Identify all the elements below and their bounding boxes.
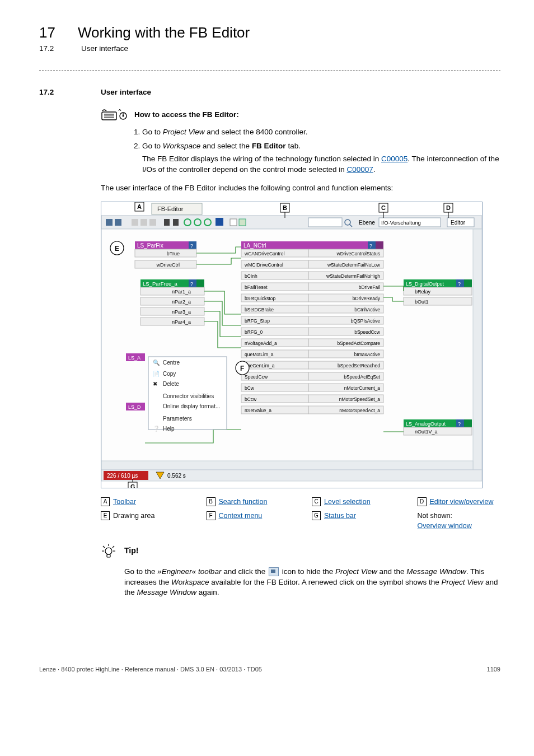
svg-text:❔: ❔	[153, 425, 160, 432]
toggle-panels-icon	[269, 567, 279, 576]
svg-text:bCw: bCw	[245, 385, 255, 391]
svg-rect-13	[132, 219, 138, 226]
svg-text:bFailReset: bFailReset	[245, 284, 268, 290]
svg-text:SpeedCcw: SpeedCcw	[245, 374, 268, 380]
svg-rect-22	[230, 219, 237, 226]
svg-text:?: ?	[458, 421, 461, 427]
svg-text:🔍: 🔍	[153, 359, 160, 366]
svg-text:bTrue: bTrue	[167, 251, 180, 256]
legend-link-toolbar[interactable]: Toolbar	[113, 497, 136, 507]
footer-left: Lenze · 8400 protec HighLine · Reference…	[39, 666, 262, 673]
svg-rect-21	[216, 218, 223, 226]
legend-letter-f: F	[207, 511, 216, 520]
svg-text:bSpeedCcw: bSpeedCcw	[354, 329, 381, 335]
step2-body: The FB Editor displays the wiring of the…	[142, 154, 500, 175]
svg-text:F: F	[240, 365, 244, 372]
legend-link-level[interactable]: Level selection	[324, 497, 371, 507]
svg-text:bSpeedActCompare: bSpeedActCompare	[337, 340, 380, 346]
svg-text:Centre: Centre	[163, 360, 180, 366]
svg-rect-12	[115, 219, 121, 226]
svg-text:LA_NCtrl: LA_NCtrl	[243, 242, 266, 249]
svg-text:bSetDCBrake: bSetDCBrake	[245, 307, 274, 312]
link-c00007[interactable]: C00007	[346, 165, 373, 174]
svg-text:nPar2_a: nPar2_a	[172, 299, 191, 305]
svg-text:D: D	[446, 204, 451, 211]
svg-text:bImaxActive: bImaxActive	[354, 352, 381, 357]
tip-i3: Message Window	[406, 567, 466, 576]
svg-rect-180	[107, 554, 110, 557]
tip-i6: Message Window	[137, 588, 196, 596]
svg-text:✖: ✖	[153, 381, 157, 387]
legend-text-drawing-area: Drawing area	[113, 511, 154, 521]
tip-icon	[101, 543, 116, 559]
svg-point-179	[105, 548, 112, 554]
svg-text:Parameters: Parameters	[163, 416, 192, 422]
tip-i2: Project View	[335, 567, 377, 576]
svg-rect-15	[149, 219, 156, 226]
legend-link-overview-window[interactable]: Overview window	[418, 521, 472, 531]
svg-text:nPar3_a: nPar3_a	[172, 309, 191, 315]
step1-suffix: and select the 8400 controller.	[205, 128, 308, 136]
howto-title: How to access the FB Editor:	[134, 110, 239, 120]
footer-page-number: 1109	[487, 665, 500, 674]
svg-text:LS_D: LS_D	[128, 404, 141, 410]
svg-text:B: B	[283, 204, 287, 211]
legend-letter-b: B	[207, 497, 216, 506]
svg-text:226 / 610 µs: 226 / 610 µs	[107, 473, 138, 479]
legend-link-status-bar[interactable]: Status bar	[324, 511, 356, 521]
svg-text:?: ?	[190, 281, 193, 287]
step2-body-t3: .	[373, 165, 376, 174]
svg-text:nSetValue_a: nSetValue_a	[245, 408, 271, 413]
svg-text:queMotLim_a: queMotLim_a	[245, 352, 274, 357]
svg-text:Connector visibilities: Connector visibilities	[163, 393, 214, 399]
svg-text:?: ?	[369, 243, 372, 249]
svg-text:bCcw: bCcw	[245, 396, 257, 402]
howto-icon	[101, 108, 129, 122]
svg-text:Ebene: Ebene	[359, 220, 375, 226]
legend-link-search[interactable]: Search function	[219, 497, 268, 507]
subheader-title: User interface	[81, 44, 128, 54]
tip-t2: and click the	[221, 567, 268, 576]
step2-italic: Workspace	[163, 142, 201, 150]
svg-text:bSetQuickstop: bSetQuickstop	[245, 296, 276, 301]
svg-rect-11	[106, 219, 113, 226]
svg-text:Delete: Delete	[163, 381, 179, 387]
svg-rect-43	[101, 461, 473, 470]
svg-text:LS_DigitalOutput: LS_DigitalOutput	[406, 281, 444, 287]
svg-text:nPar1_a: nPar1_a	[172, 289, 191, 295]
legend-link-context-menu[interactable]: Context menu	[219, 511, 263, 521]
svg-text:Copy: Copy	[163, 371, 176, 377]
legend-not-shown-label: Not shown:	[418, 511, 472, 521]
step1-italic: Project View	[163, 128, 205, 136]
legend-f: F Context menu	[207, 511, 290, 531]
svg-text:📄: 📄	[153, 370, 160, 377]
legend-e: E Drawing area	[101, 511, 184, 531]
legend-not-shown: Not shown: Overview window	[418, 511, 501, 531]
tip-i1: »Engineer« toolbar	[157, 567, 221, 576]
svg-rect-17	[173, 219, 179, 226]
tip-t1: Go to the	[124, 567, 157, 576]
step-2: Go to Workspace and select the FB Editor…	[142, 141, 500, 175]
svg-text:bRFG_Stop: bRFG_Stop	[245, 318, 270, 324]
legend-grid: A Toolbar B Search function C Level sele…	[101, 497, 500, 531]
tip-i4: Workspace	[171, 578, 209, 586]
tip-t3: icon to hide the	[280, 567, 335, 576]
section-number: 17.2	[39, 87, 78, 98]
section-title: User interface	[101, 87, 151, 98]
svg-text:I/O-Verschaltung: I/O-Verschaltung	[381, 220, 421, 226]
svg-text:nPar4_a: nPar4_a	[172, 319, 191, 325]
legend-letter-d: D	[418, 497, 427, 506]
legend-g: G Status bar	[312, 511, 395, 531]
legend-a: A Toolbar	[101, 497, 184, 507]
link-c00005[interactable]: C00005	[381, 155, 407, 163]
tip-i5: Project View	[442, 578, 484, 586]
svg-rect-23	[239, 219, 246, 226]
svg-text:bSpeedActEqSet: bSpeedActEqSet	[344, 374, 380, 380]
svg-text:nMotorSpeedSet_a: nMotorSpeedSet_a	[339, 396, 381, 402]
svg-text:LS_AnalogOutput: LS_AnalogOutput	[406, 421, 446, 427]
svg-text:bQSPIsActive: bQSPIsActive	[351, 318, 381, 324]
svg-text:nMotorSpeedAct_a: nMotorSpeedAct_a	[339, 408, 380, 413]
chapter-title: Working with the FB Editor	[78, 22, 250, 43]
legend-letter-e: E	[101, 511, 110, 520]
legend-link-editor-view[interactable]: Editor view/overview	[430, 497, 494, 507]
